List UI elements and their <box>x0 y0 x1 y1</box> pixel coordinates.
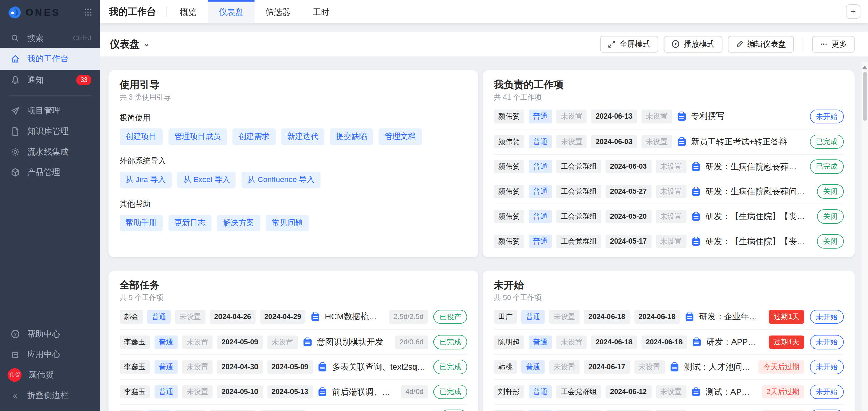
sidebar-search[interactable]: 搜索 Ctrl+J <box>0 29 100 48</box>
work-item-row[interactable]: 李鑫玉 普通 未设置 2024-04-30 2024-05-09 多表关联查询、… <box>120 354 467 379</box>
work-item-row[interactable]: 李鑫玉 普通 未设置 2024-05-09 未设置 意图识别模块开发 2d/0.… <box>120 329 467 354</box>
work-item-row[interactable]: 刘轩彤 普通 工会党群组 2024-06-12 未设置 测试：APP-》工惠e家… <box>494 379 844 404</box>
sidebar-item-app-center[interactable]: 应用中心 <box>0 344 100 364</box>
task-title[interactable]: 研发：企业年鉴权限修改 <box>699 311 761 322</box>
sidebar-item-user[interactable]: 伟贺 颜伟贺 <box>0 364 100 385</box>
work-item-row[interactable]: 颜伟贺 普通 工会党群组 2024-05-20 未设置 研发：【生病住院】【丧葬… <box>494 204 844 229</box>
card-subtitle: 共 50 个工作项 <box>494 293 844 302</box>
guide-link[interactable]: 帮助手册 <box>120 215 163 231</box>
guide-link[interactable]: 常见问题 <box>266 215 309 231</box>
card-usage-guide: 使用引导 共 3 类使用引导 极简使用创建项目管理项目成员创建需求新建迭代提交缺… <box>108 70 478 257</box>
assignee-tag: 李鑫玉 <box>120 360 150 374</box>
assignee-tag: 田广 <box>494 310 517 324</box>
work-item-row[interactable]: 颜伟贺 普通 工会党群组 2024-05-27 未设置 研发：生病住院慰丧葬问申… <box>494 179 844 203</box>
sidebar-item-workbench[interactable]: 我的工作台 <box>0 48 100 70</box>
tab-filters[interactable]: 筛选器 <box>255 0 302 23</box>
task-title[interactable]: HCM数据梳理、测试数据整理 <box>325 311 381 322</box>
sidebar-item-help-center[interactable]: ? 帮助中心 <box>0 324 100 344</box>
end-date-tag: 未设置 <box>656 385 686 398</box>
row-right: 关闭 <box>437 410 467 411</box>
fullscreen-button[interactable]: 全屏模式 <box>600 36 658 52</box>
sidebar-item-product[interactable]: 产品管理 <box>0 162 100 182</box>
task-title[interactable]: 新员工转正考试+转正答辩 <box>691 137 787 147</box>
work-item-row[interactable]: 颜伟贺 普通 工会党群组 2024-06-03 未设置 研发：生病住院慰丧葬问申… <box>494 154 844 179</box>
sidebar-item-collapse[interactable]: « 折叠侧边栏 <box>0 385 100 405</box>
work-item-row[interactable]: 李鑫玉 普通 未设置 2024-05-10 2024-05-13 前后端联调、测… <box>120 379 467 404</box>
tab-overview[interactable]: 概览 <box>169 0 208 23</box>
start-date-tag: 2024-06-12 <box>606 385 651 398</box>
row-right: 关闭 <box>814 209 844 224</box>
task-clipboard-icon <box>676 137 687 147</box>
task-title[interactable]: 研发：【生病住院】【丧葬慰问】【红娘奖】 <box>706 211 810 222</box>
guide-link[interactable]: 提交缺陷 <box>330 128 373 145</box>
task-title[interactable]: 研发：【生病住院】【丧葬慰问】后端研发 <box>706 236 810 247</box>
task-title[interactable]: 测试：人才池问题修复 <box>684 362 750 372</box>
edit-dashboard-button[interactable]: 编辑仪表盘 <box>728 36 794 52</box>
guide-link[interactable]: 创建项目 <box>120 128 163 145</box>
card-all-tasks: 全部任务 共 5 个工作项 郝金 普通 未设置 2024-04-26 2024-… <box>108 271 478 411</box>
user-name: 颜伟贺 <box>29 370 54 380</box>
toolbar-divider <box>803 38 803 50</box>
ellipsis-icon <box>820 40 828 48</box>
guide-link[interactable]: 管理项目成员 <box>168 128 227 145</box>
scrollbar-thumb[interactable] <box>863 72 867 121</box>
toolbar-actions: 全屏模式 播放模式 编辑仪表盘 <box>600 36 859 52</box>
tab-dashboard[interactable]: 仪表盘 <box>208 0 255 23</box>
sidebar-item-label: 帮助中心 <box>27 328 60 339</box>
work-item-row[interactable]: 郝金 普通 未设置 2024-04-26 2024-04-29 HCM数据梳理、… <box>120 304 467 329</box>
guide-link[interactable]: 从 Excel 导入 <box>177 172 236 188</box>
work-item-row[interactable]: 刘轩彤 普通 工会党群组 2024-06-13 未设置 测试：工会管理-》工惠e… <box>494 404 844 411</box>
sidebar-item-notifications[interactable]: 通知 33 <box>0 70 100 90</box>
more-button[interactable]: 更多 <box>812 36 854 52</box>
priority-tag: 普通 <box>529 210 552 223</box>
task-clipboard-icon <box>691 211 701 222</box>
task-title[interactable]: 测试：APP-》工惠e家-》工会… <box>706 387 754 397</box>
guide-link[interactable]: 创建需求 <box>232 128 276 145</box>
task-title[interactable]: 前后端联调、测试、bug优化 <box>332 387 393 397</box>
sidebar-item-wiki[interactable]: 知识库管理 <box>0 121 100 142</box>
pipeline-gear-icon <box>10 147 20 157</box>
more-label: 更多 <box>831 39 847 49</box>
start-date-tag: 2024-05-17 <box>606 234 651 248</box>
work-item-row[interactable]: 田广 普通 未设置 2024-06-18 2024-06-18 研发：企业年鉴权… <box>494 304 844 329</box>
work-item-list: 田广 普通 未设置 2024-06-18 2024-06-18 研发：企业年鉴权… <box>494 304 844 411</box>
start-date-tag: 2024-05-09 <box>217 335 263 349</box>
task-title[interactable]: 研发：APP菜单分块展示研发中… <box>706 337 761 347</box>
work-item-row[interactable]: 颜伟贺 普通 未设置 2024-06-03 未设置 新员工转正考试+转正答辩 已… <box>494 129 844 154</box>
sidebar-item-projects[interactable]: 项目管理 <box>0 101 100 121</box>
assignee-tag: 颜伟贺 <box>494 110 524 123</box>
task-title[interactable]: 专利撰写 <box>691 111 724 122</box>
guide-link[interactable]: 更新日志 <box>168 215 211 231</box>
status-badge: 未开始 <box>810 335 844 349</box>
scrollbar-up-arrow-icon[interactable] <box>863 65 867 69</box>
guide-link[interactable]: 新建迭代 <box>281 128 324 145</box>
work-item-row[interactable]: 颜伟贺 普通 未设置 2024-06-13 未设置 专利撰写 未开始 <box>494 104 844 129</box>
work-item-row[interactable]: 颜伟贺 普通 工会党群组 2024-05-17 未设置 研发：【生病住院】【丧葬… <box>494 229 844 253</box>
task-title[interactable]: 多表关联查询、text2sql优化 <box>332 362 426 372</box>
card-title: 全部任务 <box>120 279 467 292</box>
app-grid-icon[interactable] <box>84 8 92 17</box>
work-item-row[interactable]: 韩桃 普通 未设置 2024-06-17 未设置 测试：人才池问题修复 今天后过… <box>494 354 844 379</box>
sidebar-item-label: 知识库管理 <box>27 126 69 137</box>
tab-worktime[interactable]: 工时 <box>302 0 340 23</box>
group-tag: 工会党群组 <box>556 160 601 173</box>
sidebar-item-pipeline[interactable]: 流水线集成 <box>0 142 100 162</box>
status-badge: 关闭 <box>817 209 844 224</box>
guide-link[interactable]: 从 Confluence 导入 <box>242 172 320 188</box>
play-mode-button[interactable]: 播放模式 <box>664 36 723 52</box>
guide-link[interactable]: 从 Jira 导入 <box>120 172 172 188</box>
task-title[interactable]: 研发：生病住院慰丧葬问申请和红娘奖申请… <box>706 161 802 172</box>
work-item-row[interactable]: 郝金 普通 未设置 2024-04-29 2024-05-10 前端页面开发、接… <box>120 404 467 411</box>
guide-link[interactable]: 解决方案 <box>217 215 260 231</box>
add-tab-button[interactable]: + <box>846 4 860 19</box>
task-title[interactable]: 意图识别模块开发 <box>317 337 384 347</box>
task-title[interactable]: 研发：生病住院慰丧葬问申请和红娘奖申请审… <box>706 186 810 197</box>
content-scrollbar[interactable] <box>861 62 868 411</box>
work-item-row[interactable]: 陈明超 普通 未设置 2024-06-18 2024-06-18 研发：APP菜… <box>494 329 844 354</box>
guide-link[interactable]: 管理文档 <box>379 128 422 145</box>
dashboard-selector[interactable]: 仪表盘 <box>110 37 150 51</box>
group-tag: 工会党群组 <box>556 234 601 248</box>
guide-sections: 极简使用创建项目管理项目成员创建需求新建迭代提交缺陷管理文档外部系统导入从 Ji… <box>120 113 467 231</box>
top-tab-bar: 我的工作台 概览 仪表盘 筛选器 工时 + <box>100 0 868 23</box>
dashboard-content: 使用引导 共 3 类使用引导 极简使用创建项目管理项目成员创建需求新建迭代提交缺… <box>100 56 868 411</box>
